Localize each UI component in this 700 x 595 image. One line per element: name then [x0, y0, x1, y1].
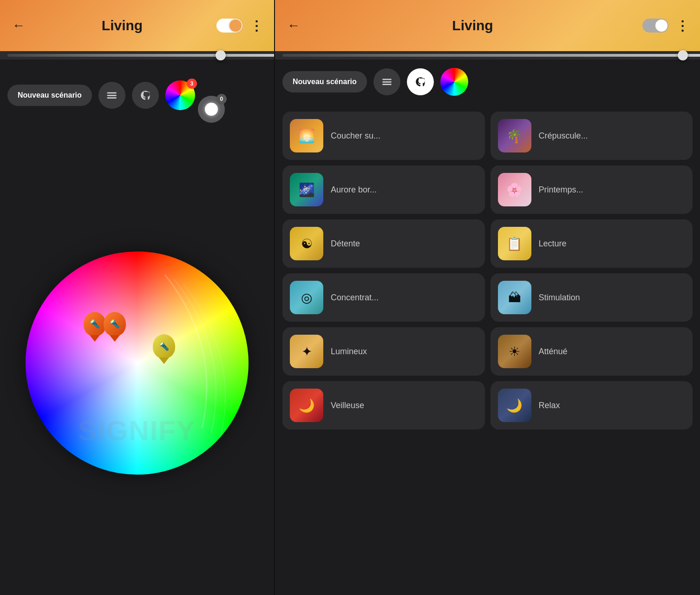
left-brightness-container [0, 51, 274, 60]
scenario-thumb-attenue: ☀ [498, 335, 531, 368]
pin-2-head: 🔦 [104, 312, 126, 336]
scenario-icon-veilleuse: 🌙 [299, 398, 315, 413]
scenario-thumb-relax: 🌙 [498, 389, 531, 422]
scenario-name-coucher: Coucher su... [331, 131, 380, 141]
scenario-card-relax[interactable]: 🌙Relax [491, 381, 693, 430]
scenario-name-detente: Détente [331, 239, 360, 249]
right-color-wheel-button[interactable] [440, 68, 468, 96]
scenario-card-detente[interactable]: ☯Détente [282, 219, 485, 268]
right-more-button[interactable]: ⋮ [674, 17, 691, 34]
left-more-button[interactable]: ⋮ [248, 17, 265, 34]
scenario-card-lecture[interactable]: 📋Lecture [491, 219, 693, 268]
right-palette-icon [414, 76, 426, 88]
left-white-button[interactable]: 0 [198, 96, 225, 123]
left-brightness-track[interactable] [7, 54, 274, 57]
scenario-icon-concentration: ◎ [301, 290, 312, 305]
pin-2-tail [110, 335, 120, 342]
left-white-badge: 0 [216, 94, 227, 104]
scenario-card-aurore[interactable]: 🌌Aurore bor... [282, 165, 485, 214]
scenario-card-coucher[interactable]: 🌅Coucher su... [282, 112, 485, 160]
light-pin-2[interactable]: 🔦 [104, 312, 126, 342]
palette-icon [139, 89, 151, 101]
scenario-thumb-stimulation: 🏔 [498, 281, 531, 314]
left-color-wheel-container: SIGNIFY 🔦 🔦 [0, 131, 274, 595]
scenario-thumb-coucher: 🌅 [290, 119, 323, 152]
svg-point-5 [107, 98, 108, 99]
scenario-name-lumineux: Lumineux [331, 347, 367, 357]
left-back-button[interactable]: ← [9, 16, 28, 35]
svg-rect-8 [382, 84, 392, 85]
left-color-wheel-button[interactable]: 3 [165, 80, 195, 110]
right-page-title: Living [308, 18, 637, 33]
right-list-icon [381, 76, 393, 88]
scenario-thumb-crepuscule: 🌴 [498, 119, 531, 152]
scenario-icon-printemps: 🌸 [506, 182, 523, 198]
light-pin-1[interactable]: 🔦 [84, 312, 106, 342]
right-brightness-container [275, 51, 700, 60]
right-header: ← Living ⋮ [275, 0, 700, 51]
scenario-card-lumineux[interactable]: ✦Lumineux [282, 327, 485, 376]
scenario-name-lecture: Lecture [539, 239, 567, 249]
scenario-icon-lumineux: ✦ [301, 344, 312, 359]
scenario-card-printemps[interactable]: 🌸Printemps... [491, 165, 693, 214]
scenario-thumb-aurore: 🌌 [290, 173, 323, 206]
scenario-thumb-concentration: ◎ [290, 281, 323, 314]
svg-rect-1 [107, 95, 117, 96]
scenario-icon-coucher: 🌅 [299, 128, 315, 144]
scenario-icon-attenue: ☀ [509, 344, 520, 359]
wheel-highlight-lines [26, 251, 249, 475]
svg-rect-7 [382, 81, 392, 83]
left-color-wheel[interactable]: SIGNIFY 🔦 🔦 [26, 251, 249, 475]
pin-1-head: 🔦 [84, 312, 106, 336]
left-panel: ← Living ⋮ Nouveau scénario [0, 0, 274, 595]
scenario-name-attenue: Atténué [539, 347, 568, 357]
pin-1-tail [90, 335, 100, 342]
left-list-button[interactable] [98, 82, 125, 109]
scenario-name-relax: Relax [539, 401, 560, 410]
svg-rect-2 [107, 97, 117, 99]
pin-3-head: 🔦 [153, 334, 175, 358]
svg-rect-0 [107, 93, 117, 94]
right-toolbar: Nouveau scénario [275, 60, 700, 104]
scenario-icon-aurore: 🌌 [299, 182, 315, 198]
right-brightness-track[interactable] [282, 54, 700, 57]
scenario-icon-stimulation: 🏔 [508, 290, 521, 305]
light-pin-3[interactable]: 🔦 [153, 334, 175, 364]
svg-point-3 [107, 93, 108, 93]
right-back-button[interactable]: ← [284, 16, 303, 35]
left-header: ← Living ⋮ [0, 0, 274, 51]
pin-3-tail [159, 357, 169, 364]
right-panel: ← Living ⋮ Nouveau scénario 🌅 [274, 0, 700, 595]
scenario-card-concentration[interactable]: ◎Concentrat... [282, 273, 485, 322]
scenario-name-veilleuse: Veilleuse [331, 401, 364, 410]
scenario-card-attenue[interactable]: ☀Atténué [491, 327, 693, 376]
left-color-badge: 3 [187, 79, 197, 89]
white-indicator [205, 103, 218, 116]
svg-point-4 [107, 95, 108, 96]
left-brightness-thumb[interactable] [216, 50, 226, 60]
scenario-icon-relax: 🌙 [506, 398, 523, 413]
scenario-name-concentration: Concentrat... [331, 293, 379, 303]
left-palette-button[interactable] [132, 82, 159, 109]
scenario-icon-crepuscule: 🌴 [506, 128, 523, 144]
left-wheel-watermark: SIGNIFY [78, 415, 196, 447]
left-toolbar: Nouveau scénario 3 0 [0, 60, 274, 131]
scenarios-grid: 🌅Coucher su...🌴Crépuscule...🌌Aurore bor.… [275, 104, 700, 595]
left-new-scenario-button[interactable]: Nouveau scénario [7, 85, 92, 106]
left-toggle-switch[interactable] [216, 19, 242, 33]
scenario-thumb-detente: ☯ [290, 227, 323, 260]
right-new-scenario-button[interactable]: Nouveau scénario [282, 71, 367, 93]
scenario-card-crepuscule[interactable]: 🌴Crépuscule... [491, 112, 693, 160]
right-toggle-switch[interactable] [642, 19, 668, 33]
right-list-button[interactable] [373, 68, 400, 95]
right-palette-button[interactable] [407, 68, 434, 95]
left-page-title: Living [33, 18, 211, 33]
scenario-icon-detente: ☯ [301, 236, 313, 251]
scenario-name-aurore: Aurore bor... [331, 185, 377, 195]
scenario-name-printemps: Printemps... [539, 185, 583, 195]
scenario-card-stimulation[interactable]: 🏔Stimulation [491, 273, 693, 322]
scenario-card-veilleuse[interactable]: 🌙Veilleuse [282, 381, 485, 430]
scenario-icon-lecture: 📋 [506, 236, 523, 251]
scenario-name-crepuscule: Crépuscule... [539, 131, 588, 141]
right-brightness-thumb[interactable] [678, 50, 688, 60]
